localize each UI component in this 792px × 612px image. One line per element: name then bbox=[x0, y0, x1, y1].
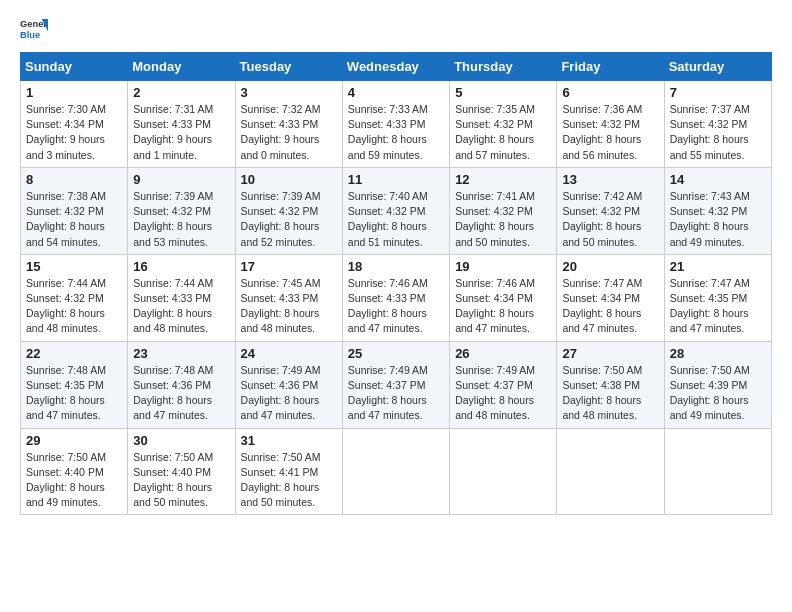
day-number: 30 bbox=[133, 433, 229, 448]
day-number: 28 bbox=[670, 346, 766, 361]
day-detail: Sunrise: 7:41 AMSunset: 4:32 PMDaylight:… bbox=[455, 189, 551, 250]
calendar-cell: 8Sunrise: 7:38 AMSunset: 4:32 PMDaylight… bbox=[21, 167, 128, 254]
calendar-cell: 13Sunrise: 7:42 AMSunset: 4:32 PMDayligh… bbox=[557, 167, 664, 254]
week-row-2: 8Sunrise: 7:38 AMSunset: 4:32 PMDaylight… bbox=[21, 167, 772, 254]
day-detail: Sunrise: 7:39 AMSunset: 4:32 PMDaylight:… bbox=[133, 189, 229, 250]
day-detail: Sunrise: 7:50 AMSunset: 4:39 PMDaylight:… bbox=[670, 363, 766, 424]
header-day-thursday: Thursday bbox=[450, 53, 557, 81]
day-detail: Sunrise: 7:42 AMSunset: 4:32 PMDaylight:… bbox=[562, 189, 658, 250]
calendar-cell: 19Sunrise: 7:46 AMSunset: 4:34 PMDayligh… bbox=[450, 254, 557, 341]
calendar-cell: 17Sunrise: 7:45 AMSunset: 4:33 PMDayligh… bbox=[235, 254, 342, 341]
day-detail: Sunrise: 7:38 AMSunset: 4:32 PMDaylight:… bbox=[26, 189, 122, 250]
day-number: 11 bbox=[348, 172, 444, 187]
calendar-cell: 14Sunrise: 7:43 AMSunset: 4:32 PMDayligh… bbox=[664, 167, 771, 254]
day-number: 24 bbox=[241, 346, 337, 361]
week-row-1: 1Sunrise: 7:30 AMSunset: 4:34 PMDaylight… bbox=[21, 81, 772, 168]
day-number: 7 bbox=[670, 85, 766, 100]
calendar-cell: 26Sunrise: 7:49 AMSunset: 4:37 PMDayligh… bbox=[450, 341, 557, 428]
calendar-cell bbox=[664, 428, 771, 515]
calendar-cell: 22Sunrise: 7:48 AMSunset: 4:35 PMDayligh… bbox=[21, 341, 128, 428]
header: General Blue bbox=[20, 16, 772, 44]
calendar-cell: 30Sunrise: 7:50 AMSunset: 4:40 PMDayligh… bbox=[128, 428, 235, 515]
day-detail: Sunrise: 7:44 AMSunset: 4:33 PMDaylight:… bbox=[133, 276, 229, 337]
header-day-wednesday: Wednesday bbox=[342, 53, 449, 81]
day-detail: Sunrise: 7:45 AMSunset: 4:33 PMDaylight:… bbox=[241, 276, 337, 337]
calendar-cell: 16Sunrise: 7:44 AMSunset: 4:33 PMDayligh… bbox=[128, 254, 235, 341]
day-detail: Sunrise: 7:31 AMSunset: 4:33 PMDaylight:… bbox=[133, 102, 229, 163]
day-number: 1 bbox=[26, 85, 122, 100]
day-number: 17 bbox=[241, 259, 337, 274]
day-number: 26 bbox=[455, 346, 551, 361]
calendar-cell bbox=[342, 428, 449, 515]
day-detail: Sunrise: 7:50 AMSunset: 4:38 PMDaylight:… bbox=[562, 363, 658, 424]
calendar-cell: 3Sunrise: 7:32 AMSunset: 4:33 PMDaylight… bbox=[235, 81, 342, 168]
day-detail: Sunrise: 7:48 AMSunset: 4:36 PMDaylight:… bbox=[133, 363, 229, 424]
calendar-cell: 25Sunrise: 7:49 AMSunset: 4:37 PMDayligh… bbox=[342, 341, 449, 428]
day-detail: Sunrise: 7:46 AMSunset: 4:34 PMDaylight:… bbox=[455, 276, 551, 337]
day-detail: Sunrise: 7:35 AMSunset: 4:32 PMDaylight:… bbox=[455, 102, 551, 163]
day-number: 25 bbox=[348, 346, 444, 361]
days-header-row: SundayMondayTuesdayWednesdayThursdayFrid… bbox=[21, 53, 772, 81]
day-number: 8 bbox=[26, 172, 122, 187]
day-number: 13 bbox=[562, 172, 658, 187]
calendar-cell: 11Sunrise: 7:40 AMSunset: 4:32 PMDayligh… bbox=[342, 167, 449, 254]
calendar-cell: 2Sunrise: 7:31 AMSunset: 4:33 PMDaylight… bbox=[128, 81, 235, 168]
svg-text:Blue: Blue bbox=[20, 30, 40, 40]
day-number: 9 bbox=[133, 172, 229, 187]
day-number: 31 bbox=[241, 433, 337, 448]
calendar-cell: 15Sunrise: 7:44 AMSunset: 4:32 PMDayligh… bbox=[21, 254, 128, 341]
calendar-cell: 28Sunrise: 7:50 AMSunset: 4:39 PMDayligh… bbox=[664, 341, 771, 428]
day-detail: Sunrise: 7:50 AMSunset: 4:41 PMDaylight:… bbox=[241, 450, 337, 511]
day-number: 22 bbox=[26, 346, 122, 361]
day-number: 27 bbox=[562, 346, 658, 361]
week-row-5: 29Sunrise: 7:50 AMSunset: 4:40 PMDayligh… bbox=[21, 428, 772, 515]
day-detail: Sunrise: 7:47 AMSunset: 4:35 PMDaylight:… bbox=[670, 276, 766, 337]
day-number: 5 bbox=[455, 85, 551, 100]
calendar-cell: 27Sunrise: 7:50 AMSunset: 4:38 PMDayligh… bbox=[557, 341, 664, 428]
calendar-cell: 7Sunrise: 7:37 AMSunset: 4:32 PMDaylight… bbox=[664, 81, 771, 168]
day-number: 3 bbox=[241, 85, 337, 100]
day-number: 20 bbox=[562, 259, 658, 274]
calendar-cell: 20Sunrise: 7:47 AMSunset: 4:34 PMDayligh… bbox=[557, 254, 664, 341]
day-detail: Sunrise: 7:50 AMSunset: 4:40 PMDaylight:… bbox=[26, 450, 122, 511]
day-detail: Sunrise: 7:43 AMSunset: 4:32 PMDaylight:… bbox=[670, 189, 766, 250]
day-number: 2 bbox=[133, 85, 229, 100]
calendar-cell: 6Sunrise: 7:36 AMSunset: 4:32 PMDaylight… bbox=[557, 81, 664, 168]
day-number: 4 bbox=[348, 85, 444, 100]
calendar-cell: 24Sunrise: 7:49 AMSunset: 4:36 PMDayligh… bbox=[235, 341, 342, 428]
day-detail: Sunrise: 7:36 AMSunset: 4:32 PMDaylight:… bbox=[562, 102, 658, 163]
day-number: 16 bbox=[133, 259, 229, 274]
header-day-monday: Monday bbox=[128, 53, 235, 81]
day-number: 12 bbox=[455, 172, 551, 187]
day-detail: Sunrise: 7:40 AMSunset: 4:32 PMDaylight:… bbox=[348, 189, 444, 250]
calendar-cell: 4Sunrise: 7:33 AMSunset: 4:33 PMDaylight… bbox=[342, 81, 449, 168]
week-row-4: 22Sunrise: 7:48 AMSunset: 4:35 PMDayligh… bbox=[21, 341, 772, 428]
day-number: 15 bbox=[26, 259, 122, 274]
calendar-cell bbox=[450, 428, 557, 515]
calendar-cell: 10Sunrise: 7:39 AMSunset: 4:32 PMDayligh… bbox=[235, 167, 342, 254]
day-detail: Sunrise: 7:49 AMSunset: 4:36 PMDaylight:… bbox=[241, 363, 337, 424]
day-number: 10 bbox=[241, 172, 337, 187]
calendar-cell: 29Sunrise: 7:50 AMSunset: 4:40 PMDayligh… bbox=[21, 428, 128, 515]
calendar-cell: 1Sunrise: 7:30 AMSunset: 4:34 PMDaylight… bbox=[21, 81, 128, 168]
day-number: 23 bbox=[133, 346, 229, 361]
day-detail: Sunrise: 7:49 AMSunset: 4:37 PMDaylight:… bbox=[455, 363, 551, 424]
header-day-friday: Friday bbox=[557, 53, 664, 81]
day-detail: Sunrise: 7:32 AMSunset: 4:33 PMDaylight:… bbox=[241, 102, 337, 163]
calendar-cell: 12Sunrise: 7:41 AMSunset: 4:32 PMDayligh… bbox=[450, 167, 557, 254]
day-detail: Sunrise: 7:49 AMSunset: 4:37 PMDaylight:… bbox=[348, 363, 444, 424]
day-detail: Sunrise: 7:44 AMSunset: 4:32 PMDaylight:… bbox=[26, 276, 122, 337]
day-number: 18 bbox=[348, 259, 444, 274]
day-detail: Sunrise: 7:37 AMSunset: 4:32 PMDaylight:… bbox=[670, 102, 766, 163]
logo-icon: General Blue bbox=[20, 16, 48, 44]
calendar-cell: 31Sunrise: 7:50 AMSunset: 4:41 PMDayligh… bbox=[235, 428, 342, 515]
day-number: 6 bbox=[562, 85, 658, 100]
day-detail: Sunrise: 7:48 AMSunset: 4:35 PMDaylight:… bbox=[26, 363, 122, 424]
calendar-cell: 23Sunrise: 7:48 AMSunset: 4:36 PMDayligh… bbox=[128, 341, 235, 428]
header-day-sunday: Sunday bbox=[21, 53, 128, 81]
day-detail: Sunrise: 7:46 AMSunset: 4:33 PMDaylight:… bbox=[348, 276, 444, 337]
day-number: 19 bbox=[455, 259, 551, 274]
calendar-cell: 9Sunrise: 7:39 AMSunset: 4:32 PMDaylight… bbox=[128, 167, 235, 254]
calendar-cell: 5Sunrise: 7:35 AMSunset: 4:32 PMDaylight… bbox=[450, 81, 557, 168]
logo: General Blue bbox=[20, 16, 48, 44]
